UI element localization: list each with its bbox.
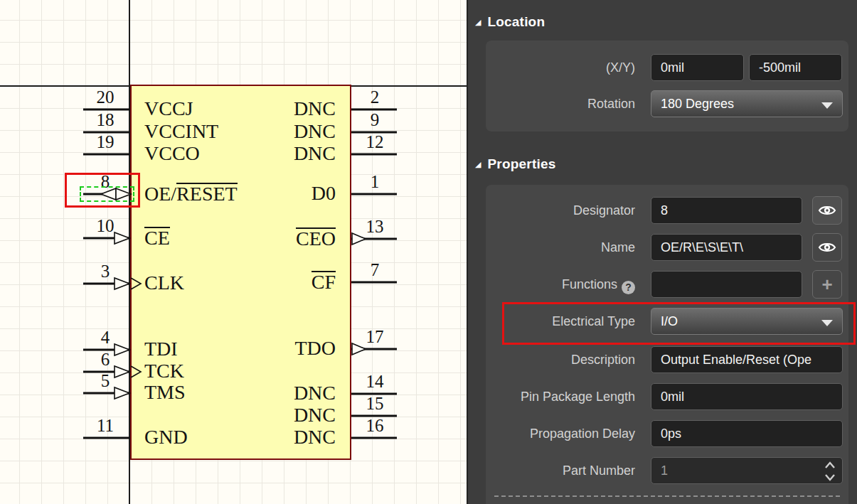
pin-package-length-label: Pin Package Length [486, 383, 635, 410]
pin-2-number[interactable]: 2 [353, 87, 397, 107]
section-title: Properties [487, 156, 555, 172]
pin-5-name[interactable]: TMS [144, 382, 186, 403]
pin-19-number[interactable]: 19 [82, 132, 129, 152]
pin-6-name[interactable]: TCK [144, 360, 184, 382]
help-icon[interactable]: ? [622, 281, 635, 294]
stepper-chevrons-icon [824, 460, 836, 483]
section-header-location[interactable]: ◢ Location [475, 13, 545, 31]
pin-package-length-input[interactable]: 0mil [651, 383, 843, 410]
rotation-label: Rotation [486, 90, 635, 117]
properties-panel: ◢ Location (X/Y) 0mil -500mil Rotation 1… [468, 0, 857, 504]
pin-6-clock-mark-icon[interactable] [131, 366, 141, 377]
pin-3-clock-mark-icon[interactable] [131, 278, 141, 289]
pin-16-number[interactable]: 16 [353, 416, 397, 436]
propagation-delay-label: Propagation Delay [486, 420, 635, 447]
pin-10-name[interactable]: CE [144, 227, 170, 248]
functions-label: Functions? [486, 271, 635, 298]
eye-icon [818, 240, 836, 255]
collapse-triangle-icon: ◢ [475, 160, 481, 169]
pin-7-name[interactable]: CF [235, 271, 336, 292]
pin-16-name[interactable]: DNC [235, 427, 336, 448]
pin-20-number[interactable]: 20 [82, 87, 129, 107]
pin-11-number[interactable]: 11 [82, 416, 129, 436]
pin-13-number[interactable]: 13 [353, 217, 397, 237]
pin-9-name[interactable]: DNC [235, 121, 336, 142]
schematic-canvas: 20VCCJ18VCCINT19VCCO8OE/RESET10CE3CLK4TD… [0, 0, 467, 504]
pin-15-number[interactable]: 15 [353, 394, 397, 414]
pin-18-name[interactable]: VCCINT [144, 121, 218, 142]
xy-label: (X/Y) [486, 54, 635, 81]
chevron-down-icon [821, 102, 833, 109]
plus-icon: + [821, 275, 832, 294]
pin-4-number[interactable]: 4 [82, 328, 129, 348]
rotation-value: 180 Degrees [661, 97, 734, 111]
pin-12-name[interactable]: DNC [235, 143, 336, 164]
part-number-label: Part Number [486, 457, 635, 484]
part-number-value: 1 [661, 463, 668, 478]
pin-3-number[interactable]: 3 [82, 262, 129, 282]
propagation-delay-input[interactable]: 0ps [651, 420, 843, 447]
eye-icon [818, 203, 836, 218]
pin-1-name[interactable]: D0 [235, 183, 336, 204]
add-function-button[interactable]: + [812, 270, 842, 299]
rotation-dropdown[interactable]: 180 Degrees [651, 90, 843, 117]
pin-12-number[interactable]: 12 [353, 132, 397, 152]
functions-input[interactable] [651, 271, 802, 298]
pin-5-number[interactable]: 5 [82, 371, 129, 391]
pin-11-name[interactable]: GND [144, 427, 188, 448]
pin-19-name[interactable]: VCCO [144, 143, 200, 164]
pin-8-name[interactable]: OE/RESET [144, 183, 238, 204]
name-visibility-button[interactable] [812, 233, 842, 262]
annotation-red-box-electrical-type [502, 302, 856, 345]
overline-text: CF [312, 271, 336, 291]
part-number-stepper[interactable] [824, 460, 836, 483]
pin-13-name[interactable]: CEO [235, 227, 336, 249]
pin-10-number[interactable]: 10 [82, 216, 129, 236]
description-input[interactable]: Output Enable/Reset (Ope [651, 346, 843, 373]
designator-input[interactable]: 8 [651, 197, 802, 224]
designator-visibility-button[interactable] [812, 196, 842, 225]
pin-18-number[interactable]: 18 [82, 110, 129, 130]
overline-text: CE [144, 227, 170, 247]
pin-15-name[interactable]: DNC [235, 404, 336, 426]
pin-9-number[interactable]: 9 [353, 110, 397, 130]
description-label: Description [486, 346, 635, 373]
annotation-red-box-pin [65, 173, 140, 208]
pin-7-number[interactable]: 7 [353, 260, 397, 280]
location-card: (X/Y) 0mil -500mil Rotation 180 Degrees [486, 41, 848, 132]
pin-4-name[interactable]: TDI [144, 338, 178, 360]
pin-6-number[interactable]: 6 [82, 350, 129, 370]
location-x-input[interactable]: 0mil [651, 54, 744, 81]
section-title: Location [487, 14, 545, 30]
pin-2-name[interactable]: DNC [235, 98, 336, 119]
location-y-input[interactable]: -500mil [749, 54, 842, 81]
name-label: Name [486, 234, 635, 261]
pin-1-number[interactable]: 1 [353, 172, 397, 192]
pin-20-name[interactable]: VCCJ [144, 98, 193, 119]
collapsed-section-separator [494, 495, 840, 497]
part-number-input[interactable]: 1 [651, 457, 843, 484]
name-input[interactable]: OE/R\E\S\E\T\ [651, 234, 802, 261]
pin-17-name[interactable]: TDO [235, 338, 336, 359]
designator-label: Designator [486, 197, 635, 224]
overline-text: RESET [176, 183, 238, 203]
pin-3-name[interactable]: CLK [144, 272, 184, 294]
pin-14-name[interactable]: DNC [235, 382, 336, 404]
pin-properties-window: 20VCCJ18VCCINT19VCCO8OE/RESET10CE3CLK4TD… [0, 0, 857, 504]
section-header-properties[interactable]: ◢ Properties [475, 155, 555, 173]
pin-17-number[interactable]: 17 [353, 327, 397, 347]
overline-text: CEO [296, 227, 336, 248]
collapse-triangle-icon: ◢ [475, 18, 481, 27]
pin-14-number[interactable]: 14 [353, 372, 397, 392]
